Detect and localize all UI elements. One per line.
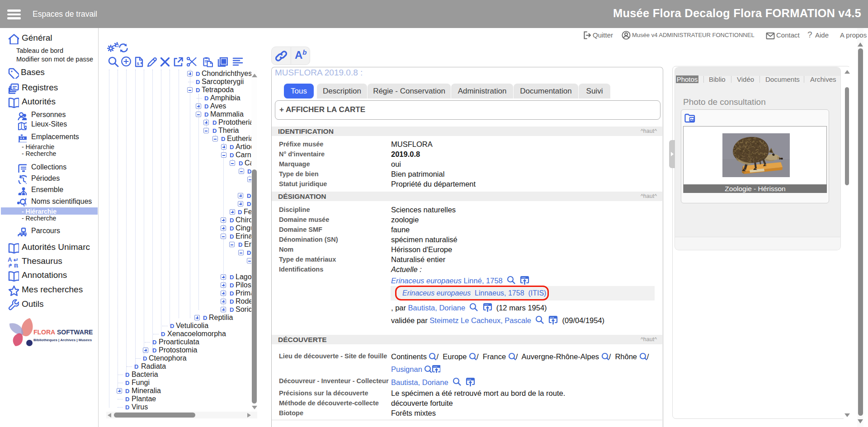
svg-text:Bibliothèques | Archives | Mus: Bibliothèques | Archives | Musées <box>33 338 92 342</box>
svg-text:FLORA: FLORA <box>33 328 55 336</box>
svg-text:SOFTWARE: SOFTWARE <box>57 328 93 336</box>
